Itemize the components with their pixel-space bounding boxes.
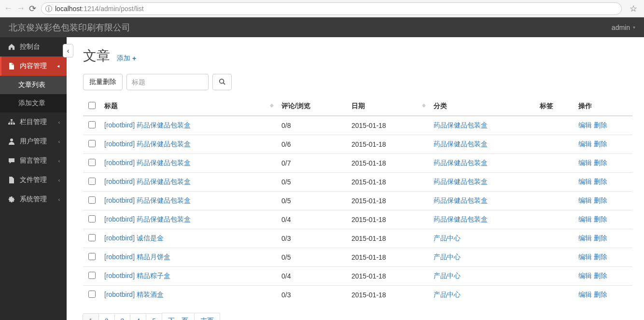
page-next[interactable]: 下一页 <box>162 313 195 320</box>
author-link[interactable]: [robotbird] <box>104 178 135 185</box>
edit-link[interactable]: 编辑 <box>578 215 592 223</box>
url-path: :1214/admin/post/list <box>82 5 143 13</box>
sidebar-item-file[interactable]: 内容管理 ▾ <box>0 56 67 76</box>
page-5[interactable]: 5 <box>146 313 162 320</box>
category-link[interactable]: 药品保健品包装盒 <box>434 121 488 129</box>
add-label: 添加 <box>117 54 130 63</box>
post-title-link[interactable]: 药品保健品包装盒 <box>137 121 191 129</box>
url-bar[interactable]: i localhost:1214/admin/post/list <box>41 2 622 15</box>
edit-link[interactable]: 编辑 <box>578 121 592 129</box>
row-checkbox[interactable] <box>88 272 96 279</box>
post-title-link[interactable]: 药品保健品包装盒 <box>137 196 191 204</box>
row-checkbox[interactable] <box>88 121 96 128</box>
post-title-link[interactable]: 精装酒盒 <box>137 291 164 298</box>
delete-link[interactable]: 删除 <box>594 291 607 298</box>
search-input[interactable] <box>126 74 209 90</box>
col-tag: 标签 <box>536 97 574 116</box>
select-all-checkbox[interactable] <box>88 102 96 109</box>
author-link[interactable]: [robotbird] <box>104 291 135 298</box>
sidebar-sub-item[interactable]: 添加文章 <box>0 94 67 112</box>
col-views: 评论/浏览 <box>278 97 348 116</box>
author-link[interactable]: [robotbird] <box>104 234 135 242</box>
edit-link[interactable]: 编辑 <box>578 159 592 167</box>
row-checkbox[interactable] <box>88 291 96 298</box>
category-link[interactable]: 产品中心 <box>434 291 461 298</box>
post-title-link[interactable]: 药品保健品包装盒 <box>137 215 191 223</box>
author-link[interactable]: [robotbird] <box>104 196 135 204</box>
author-link[interactable]: [robotbird] <box>104 253 135 261</box>
category-link[interactable]: 产品中心 <box>434 272 461 279</box>
row-checkbox[interactable] <box>88 196 96 204</box>
sidebar-item-dashboard[interactable]: 控制台 <box>0 37 67 56</box>
page-2[interactable]: 2 <box>98 313 115 320</box>
post-title-link[interactable]: 精品月饼盒 <box>137 253 170 261</box>
category-link[interactable]: 药品保健品包装盒 <box>434 178 488 185</box>
batch-delete-button[interactable]: 批量删除 <box>83 74 123 90</box>
author-link[interactable]: [robotbird] <box>104 159 135 167</box>
row-checkbox[interactable] <box>88 140 96 147</box>
author-link[interactable]: [robotbird] <box>104 272 135 279</box>
category-link[interactable]: 药品保健品包装盒 <box>434 196 488 204</box>
category-link[interactable]: 药品保健品包装盒 <box>434 140 488 148</box>
author-link[interactable]: [robotbird] <box>104 140 135 148</box>
edit-link[interactable]: 编辑 <box>578 272 592 279</box>
add-post-link[interactable]: 添加 + <box>117 54 136 63</box>
delete-link[interactable]: 删除 <box>594 140 607 148</box>
search-button[interactable] <box>212 74 232 90</box>
main-content: 文章 添加 + 批量删除 标题 评论/浏览 日期 <box>67 37 644 320</box>
post-title-link[interactable]: 精品粽子盒 <box>137 272 170 279</box>
sidebar-item-gear[interactable]: 系统管理 ‹ <box>0 190 67 209</box>
back-icon[interactable]: ← <box>4 3 13 14</box>
edit-link[interactable]: 编辑 <box>578 291 592 298</box>
delete-link[interactable]: 删除 <box>594 234 607 242</box>
row-checkbox[interactable] <box>88 234 96 241</box>
author-link[interactable]: [robotbird] <box>104 215 135 223</box>
post-title-link[interactable]: 药品保健品包装盒 <box>137 178 191 185</box>
category-link[interactable]: 产品中心 <box>434 234 461 242</box>
sidebar-item-label: 文件管理 <box>20 176 47 184</box>
row-checkbox[interactable] <box>88 159 96 166</box>
table-row: [robotbird] 精品月饼盒 0/5 2015-01-18 产品中心 编辑… <box>83 248 632 267</box>
forward-icon[interactable]: → <box>16 3 25 14</box>
reload-icon[interactable]: ⟳ <box>29 3 36 14</box>
sidebar-item-label: 留言管理 <box>20 156 47 165</box>
col-title[interactable]: 标题 <box>100 97 278 116</box>
delete-link[interactable]: 删除 <box>594 253 607 261</box>
delete-link[interactable]: 删除 <box>594 272 607 279</box>
delete-link[interactable]: 删除 <box>594 159 607 167</box>
sidebar-item-comment[interactable]: 留言管理 ‹ <box>0 151 67 170</box>
col-date[interactable]: 日期 <box>348 97 430 116</box>
author-link[interactable]: [robotbird] <box>104 121 135 129</box>
edit-link[interactable]: 编辑 <box>578 140 592 148</box>
category-link[interactable]: 药品保健品包装盒 <box>434 215 488 223</box>
post-title-link[interactable]: 药品保健品包装盒 <box>137 159 191 167</box>
page-4[interactable]: 4 <box>130 313 146 320</box>
edit-link[interactable]: 编辑 <box>578 196 592 204</box>
category-link[interactable]: 药品保健品包装盒 <box>434 159 488 167</box>
sidebar-item-file2[interactable]: 文件管理 ‹ <box>0 170 67 190</box>
row-checkbox[interactable] <box>88 253 96 260</box>
edit-link[interactable]: 编辑 <box>578 178 592 185</box>
edit-link[interactable]: 编辑 <box>578 253 592 261</box>
site-info-icon[interactable]: i <box>45 5 52 12</box>
sidebar-item-sitemap[interactable]: 栏目管理 ‹ <box>0 112 67 132</box>
post-title-link[interactable]: 药品保健品包装盒 <box>137 140 191 148</box>
delete-link[interactable]: 删除 <box>594 178 607 185</box>
post-title-link[interactable]: 诚信是金 <box>137 234 164 242</box>
delete-link[interactable]: 删除 <box>594 196 607 204</box>
edit-link[interactable]: 编辑 <box>578 234 592 242</box>
row-checkbox[interactable] <box>88 178 96 185</box>
delete-link[interactable]: 删除 <box>594 121 607 129</box>
row-checkbox[interactable] <box>88 215 96 223</box>
sidebar-item-user[interactable]: 用户管理 ‹ <box>0 132 67 151</box>
category-link[interactable]: 产品中心 <box>434 253 461 261</box>
sidebar-sub-item[interactable]: 文章列表 <box>0 76 67 94</box>
page-3[interactable]: 3 <box>114 313 131 320</box>
page-last[interactable]: 末页 <box>194 313 220 320</box>
sidebar-collapse-toggle[interactable]: ‹ <box>63 44 73 57</box>
tag-cell <box>536 135 574 154</box>
user-menu[interactable]: admin ▾ <box>612 24 635 31</box>
views-cell: 0/5 <box>278 192 348 210</box>
delete-link[interactable]: 删除 <box>594 215 607 223</box>
bookmark-icon[interactable]: ☆ <box>627 3 640 14</box>
